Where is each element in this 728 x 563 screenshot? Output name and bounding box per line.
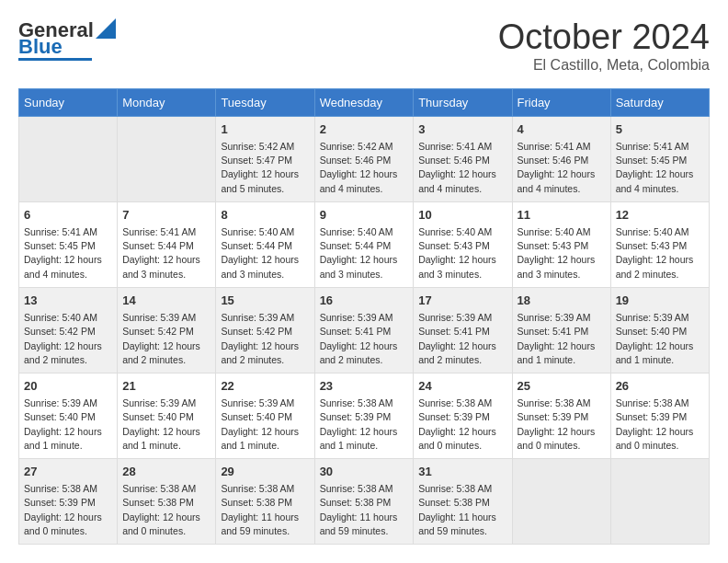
day-info: Sunrise: 5:40 AM Sunset: 5:43 PM Dayligh… <box>616 225 704 282</box>
day-number: 25 <box>518 378 606 395</box>
calendar-day-cell: 26Sunrise: 5:38 AM Sunset: 5:39 PM Dayli… <box>610 373 709 458</box>
day-number: 11 <box>518 207 606 224</box>
month-title: October 2024 <box>498 18 710 57</box>
calendar-week-row: 20Sunrise: 5:39 AM Sunset: 5:40 PM Dayli… <box>19 373 710 458</box>
calendar-day-cell: 28Sunrise: 5:38 AM Sunset: 5:38 PM Dayli… <box>118 459 216 545</box>
calendar-day-cell: 21Sunrise: 5:39 AM Sunset: 5:40 PM Dayli… <box>118 373 216 458</box>
calendar-day-cell: 7Sunrise: 5:41 AM Sunset: 5:44 PM Daylig… <box>118 201 216 287</box>
day-number: 16 <box>320 293 409 309</box>
logo: General Blue <box>18 18 116 61</box>
calendar-day-cell: 9Sunrise: 5:40 AM Sunset: 5:44 PM Daylig… <box>314 201 414 287</box>
day-info: Sunrise: 5:41 AM Sunset: 5:44 PM Dayligh… <box>122 225 210 282</box>
calendar-day-cell: 8Sunrise: 5:40 AM Sunset: 5:44 PM Daylig… <box>216 201 314 287</box>
day-info: Sunrise: 5:39 AM Sunset: 5:40 PM Dayligh… <box>221 396 309 453</box>
calendar-day-cell <box>610 459 709 545</box>
weekday-header-friday: Friday <box>512 88 610 116</box>
day-info: Sunrise: 5:41 AM Sunset: 5:45 PM Dayligh… <box>616 140 704 196</box>
day-number: 20 <box>24 378 112 395</box>
title-section: October 2024 El Castillo, Meta, Colombia <box>498 18 710 74</box>
day-info: Sunrise: 5:41 AM Sunset: 5:46 PM Dayligh… <box>518 140 606 196</box>
calendar-week-row: 6Sunrise: 5:41 AM Sunset: 5:45 PM Daylig… <box>19 201 710 287</box>
day-info: Sunrise: 5:39 AM Sunset: 5:41 PM Dayligh… <box>418 311 506 367</box>
day-info: Sunrise: 5:38 AM Sunset: 5:38 PM Dayligh… <box>221 482 309 538</box>
day-number: 22 <box>221 378 309 395</box>
day-number: 4 <box>518 121 606 138</box>
weekday-header-wednesday: Wednesday <box>314 88 414 116</box>
day-info: Sunrise: 5:42 AM Sunset: 5:47 PM Dayligh… <box>221 140 309 196</box>
weekday-header-tuesday: Tuesday <box>216 88 314 116</box>
day-number: 14 <box>122 293 210 309</box>
day-info: Sunrise: 5:39 AM Sunset: 5:42 PM Dayligh… <box>122 311 210 367</box>
day-number: 6 <box>24 207 112 224</box>
logo-blue-text: Blue <box>18 37 63 57</box>
calendar-day-cell <box>19 116 118 201</box>
calendar-table: SundayMondayTuesdayWednesdayThursdayFrid… <box>18 88 710 545</box>
svg-marker-0 <box>96 18 116 39</box>
day-number: 10 <box>418 207 506 224</box>
calendar-week-row: 13Sunrise: 5:40 AM Sunset: 5:42 PM Dayli… <box>19 287 710 373</box>
calendar-week-row: 27Sunrise: 5:38 AM Sunset: 5:39 PM Dayli… <box>19 459 710 545</box>
calendar-day-cell: 16Sunrise: 5:39 AM Sunset: 5:41 PM Dayli… <box>314 287 414 373</box>
calendar-day-cell: 24Sunrise: 5:38 AM Sunset: 5:39 PM Dayli… <box>414 373 512 458</box>
weekday-header-saturday: Saturday <box>610 88 709 116</box>
day-number: 13 <box>24 293 112 309</box>
page-header: General Blue October 2024 El Castillo, M… <box>18 18 710 74</box>
calendar-day-cell: 31Sunrise: 5:38 AM Sunset: 5:38 PM Dayli… <box>414 459 512 545</box>
day-info: Sunrise: 5:39 AM Sunset: 5:40 PM Dayligh… <box>122 396 210 453</box>
calendar-header-row: SundayMondayTuesdayWednesdayThursdayFrid… <box>19 88 710 116</box>
day-number: 8 <box>221 207 309 224</box>
day-number: 28 <box>122 464 210 480</box>
day-number: 26 <box>616 378 704 395</box>
day-info: Sunrise: 5:38 AM Sunset: 5:39 PM Dayligh… <box>24 482 112 538</box>
day-info: Sunrise: 5:38 AM Sunset: 5:38 PM Dayligh… <box>320 482 409 538</box>
calendar-day-cell: 15Sunrise: 5:39 AM Sunset: 5:42 PM Dayli… <box>216 287 314 373</box>
day-number: 2 <box>320 121 409 138</box>
day-info: Sunrise: 5:40 AM Sunset: 5:44 PM Dayligh… <box>221 225 309 282</box>
day-number: 21 <box>122 378 210 395</box>
weekday-header-sunday: Sunday <box>19 88 118 116</box>
calendar-week-row: 1Sunrise: 5:42 AM Sunset: 5:47 PM Daylig… <box>19 116 710 201</box>
calendar-day-cell: 25Sunrise: 5:38 AM Sunset: 5:39 PM Dayli… <box>512 373 610 458</box>
calendar-day-cell: 1Sunrise: 5:42 AM Sunset: 5:47 PM Daylig… <box>216 116 314 201</box>
logo-icon <box>96 18 116 39</box>
day-number: 17 <box>418 293 506 309</box>
day-info: Sunrise: 5:40 AM Sunset: 5:43 PM Dayligh… <box>418 225 506 282</box>
calendar-day-cell: 18Sunrise: 5:39 AM Sunset: 5:41 PM Dayli… <box>512 287 610 373</box>
calendar-day-cell: 30Sunrise: 5:38 AM Sunset: 5:38 PM Dayli… <box>314 459 414 545</box>
day-info: Sunrise: 5:38 AM Sunset: 5:39 PM Dayligh… <box>518 396 606 453</box>
calendar-day-cell: 3Sunrise: 5:41 AM Sunset: 5:46 PM Daylig… <box>414 116 512 201</box>
day-info: Sunrise: 5:39 AM Sunset: 5:40 PM Dayligh… <box>616 311 704 367</box>
logo-underline <box>18 58 92 61</box>
day-number: 9 <box>320 207 409 224</box>
day-number: 31 <box>418 464 506 480</box>
day-number: 29 <box>221 464 309 480</box>
day-info: Sunrise: 5:41 AM Sunset: 5:45 PM Dayligh… <box>24 225 112 282</box>
day-number: 18 <box>518 293 606 309</box>
calendar-day-cell: 2Sunrise: 5:42 AM Sunset: 5:46 PM Daylig… <box>314 116 414 201</box>
day-number: 15 <box>221 293 309 309</box>
calendar-day-cell: 17Sunrise: 5:39 AM Sunset: 5:41 PM Dayli… <box>414 287 512 373</box>
calendar-day-cell: 11Sunrise: 5:40 AM Sunset: 5:43 PM Dayli… <box>512 201 610 287</box>
calendar-day-cell: 20Sunrise: 5:39 AM Sunset: 5:40 PM Dayli… <box>19 373 118 458</box>
day-info: Sunrise: 5:38 AM Sunset: 5:38 PM Dayligh… <box>122 482 210 538</box>
calendar-day-cell <box>512 459 610 545</box>
day-number: 12 <box>616 207 704 224</box>
day-info: Sunrise: 5:39 AM Sunset: 5:42 PM Dayligh… <box>221 311 309 367</box>
calendar-day-cell: 27Sunrise: 5:38 AM Sunset: 5:39 PM Dayli… <box>19 459 118 545</box>
calendar-day-cell: 19Sunrise: 5:39 AM Sunset: 5:40 PM Dayli… <box>610 287 709 373</box>
calendar-day-cell: 14Sunrise: 5:39 AM Sunset: 5:42 PM Dayli… <box>118 287 216 373</box>
day-info: Sunrise: 5:38 AM Sunset: 5:39 PM Dayligh… <box>418 396 506 453</box>
day-info: Sunrise: 5:41 AM Sunset: 5:46 PM Dayligh… <box>418 140 506 196</box>
calendar-day-cell: 12Sunrise: 5:40 AM Sunset: 5:43 PM Dayli… <box>610 201 709 287</box>
day-info: Sunrise: 5:40 AM Sunset: 5:44 PM Dayligh… <box>320 225 409 282</box>
day-info: Sunrise: 5:38 AM Sunset: 5:38 PM Dayligh… <box>418 482 506 538</box>
calendar-day-cell: 22Sunrise: 5:39 AM Sunset: 5:40 PM Dayli… <box>216 373 314 458</box>
calendar-day-cell <box>118 116 216 201</box>
calendar-day-cell: 4Sunrise: 5:41 AM Sunset: 5:46 PM Daylig… <box>512 116 610 201</box>
calendar-day-cell: 23Sunrise: 5:38 AM Sunset: 5:39 PM Dayli… <box>314 373 414 458</box>
day-info: Sunrise: 5:40 AM Sunset: 5:43 PM Dayligh… <box>518 225 606 282</box>
day-number: 27 <box>24 464 112 480</box>
day-info: Sunrise: 5:38 AM Sunset: 5:39 PM Dayligh… <box>616 396 704 453</box>
day-number: 5 <box>616 121 704 138</box>
weekday-header-monday: Monday <box>118 88 216 116</box>
